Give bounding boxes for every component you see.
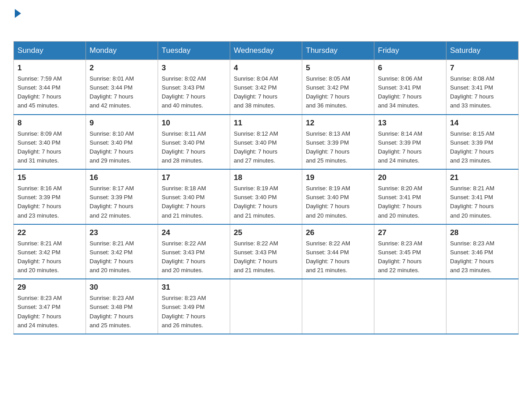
calendar-cell: 29Sunrise: 8:23 AMSunset: 3:47 PMDayligh…	[14, 279, 86, 334]
calendar-cell: 28Sunrise: 8:23 AMSunset: 3:46 PMDayligh…	[446, 224, 519, 279]
calendar-cell	[374, 279, 446, 334]
day-info: Sunrise: 8:17 AMSunset: 3:39 PMDaylight:…	[90, 185, 134, 218]
calendar-cell: 2Sunrise: 8:01 AMSunset: 3:44 PMDaylight…	[86, 60, 158, 115]
day-info: Sunrise: 8:10 AMSunset: 3:40 PMDaylight:…	[90, 130, 134, 164]
calendar-cell: 26Sunrise: 8:22 AMSunset: 3:44 PMDayligh…	[302, 224, 374, 279]
day-number: 14	[450, 119, 515, 128]
weekday-header-friday: Friday	[374, 42, 446, 60]
day-number: 25	[234, 228, 298, 237]
day-info: Sunrise: 8:23 AMSunset: 3:48 PMDaylight:…	[90, 295, 134, 328]
calendar-cell: 22Sunrise: 8:21 AMSunset: 3:42 PMDayligh…	[14, 224, 86, 279]
calendar-cell	[302, 279, 374, 334]
logo	[13, 9, 22, 32]
calendar-cell: 18Sunrise: 8:19 AMSunset: 3:40 PMDayligh…	[230, 169, 302, 224]
day-info: Sunrise: 8:15 AMSunset: 3:39 PMDaylight:…	[450, 130, 494, 164]
calendar-cell: 3Sunrise: 8:02 AMSunset: 3:43 PMDaylight…	[158, 60, 230, 115]
calendar-cell: 17Sunrise: 8:18 AMSunset: 3:40 PMDayligh…	[158, 169, 230, 224]
day-info: Sunrise: 8:02 AMSunset: 3:43 PMDaylight:…	[162, 75, 206, 109]
day-info: Sunrise: 8:06 AMSunset: 3:41 PMDaylight:…	[378, 75, 422, 109]
day-number: 23	[90, 228, 154, 237]
day-number: 15	[17, 173, 82, 182]
day-info: Sunrise: 8:23 AMSunset: 3:47 PMDaylight:…	[17, 295, 62, 328]
week-row-1: 1Sunrise: 7:59 AMSunset: 3:44 PMDaylight…	[14, 60, 519, 115]
calendar-cell: 9Sunrise: 8:10 AMSunset: 3:40 PMDaylight…	[86, 115, 158, 170]
calendar-cell: 7Sunrise: 8:08 AMSunset: 3:41 PMDaylight…	[446, 60, 519, 115]
day-info: Sunrise: 8:21 AMSunset: 3:41 PMDaylight:…	[450, 185, 494, 218]
day-number: 11	[234, 119, 298, 128]
day-number: 4	[234, 64, 298, 73]
week-row-2: 8Sunrise: 8:09 AMSunset: 3:40 PMDaylight…	[14, 115, 519, 170]
logo-arrow-icon	[15, 9, 21, 18]
day-number: 10	[162, 119, 226, 128]
day-info: Sunrise: 8:22 AMSunset: 3:43 PMDaylight:…	[162, 240, 206, 274]
day-number: 29	[17, 283, 82, 292]
calendar-cell: 23Sunrise: 8:21 AMSunset: 3:42 PMDayligh…	[86, 224, 158, 279]
calendar-cell: 19Sunrise: 8:19 AMSunset: 3:40 PMDayligh…	[302, 169, 374, 224]
day-info: Sunrise: 8:19 AMSunset: 3:40 PMDaylight:…	[306, 185, 350, 218]
day-info: Sunrise: 8:11 AMSunset: 3:40 PMDaylight:…	[162, 130, 206, 164]
day-number: 6	[378, 64, 442, 73]
week-row-5: 29Sunrise: 8:23 AMSunset: 3:47 PMDayligh…	[14, 279, 519, 334]
weekday-header-wednesday: Wednesday	[230, 42, 302, 60]
calendar-table: SundayMondayTuesdayWednesdayThursdayFrid…	[13, 41, 519, 334]
day-number: 3	[162, 64, 226, 73]
weekday-header-tuesday: Tuesday	[158, 42, 230, 60]
day-number: 28	[450, 228, 515, 237]
day-number: 5	[306, 64, 370, 73]
day-number: 21	[450, 173, 515, 182]
calendar-cell: 25Sunrise: 8:22 AMSunset: 3:43 PMDayligh…	[230, 224, 302, 279]
calendar-cell: 16Sunrise: 8:17 AMSunset: 3:39 PMDayligh…	[86, 169, 158, 224]
calendar-cell	[230, 279, 302, 334]
day-number: 2	[90, 64, 154, 73]
week-row-3: 15Sunrise: 8:16 AMSunset: 3:39 PMDayligh…	[14, 169, 519, 224]
day-info: Sunrise: 8:21 AMSunset: 3:42 PMDaylight:…	[17, 240, 62, 274]
day-info: Sunrise: 8:09 AMSunset: 3:40 PMDaylight:…	[17, 130, 62, 164]
calendar-cell: 31Sunrise: 8:23 AMSunset: 3:49 PMDayligh…	[158, 279, 230, 334]
calendar-cell: 21Sunrise: 8:21 AMSunset: 3:41 PMDayligh…	[446, 169, 519, 224]
day-info: Sunrise: 8:18 AMSunset: 3:40 PMDaylight:…	[162, 185, 206, 218]
day-number: 12	[306, 119, 370, 128]
calendar-cell: 8Sunrise: 8:09 AMSunset: 3:40 PMDaylight…	[14, 115, 86, 170]
calendar-cell: 15Sunrise: 8:16 AMSunset: 3:39 PMDayligh…	[14, 169, 86, 224]
weekday-header-thursday: Thursday	[302, 42, 374, 60]
day-info: Sunrise: 8:23 AMSunset: 3:49 PMDaylight:…	[162, 295, 206, 328]
day-number: 18	[234, 173, 298, 182]
day-info: Sunrise: 8:23 AMSunset: 3:46 PMDaylight:…	[450, 240, 494, 274]
page-header	[13, 9, 519, 32]
day-number: 8	[17, 119, 82, 128]
day-info: Sunrise: 8:20 AMSunset: 3:41 PMDaylight:…	[378, 185, 422, 218]
weekday-header-row: SundayMondayTuesdayWednesdayThursdayFrid…	[14, 42, 519, 60]
weekday-header-monday: Monday	[86, 42, 158, 60]
calendar-cell: 27Sunrise: 8:23 AMSunset: 3:45 PMDayligh…	[374, 224, 446, 279]
calendar-cell: 13Sunrise: 8:14 AMSunset: 3:39 PMDayligh…	[374, 115, 446, 170]
day-number: 9	[90, 119, 154, 128]
day-info: Sunrise: 8:14 AMSunset: 3:39 PMDaylight:…	[378, 130, 422, 164]
calendar-cell: 11Sunrise: 8:12 AMSunset: 3:40 PMDayligh…	[230, 115, 302, 170]
day-info: Sunrise: 8:21 AMSunset: 3:42 PMDaylight:…	[90, 240, 134, 274]
calendar-cell: 20Sunrise: 8:20 AMSunset: 3:41 PMDayligh…	[374, 169, 446, 224]
day-number: 27	[378, 228, 442, 237]
calendar-cell: 10Sunrise: 8:11 AMSunset: 3:40 PMDayligh…	[158, 115, 230, 170]
weekday-header-sunday: Sunday	[14, 42, 86, 60]
day-info: Sunrise: 8:16 AMSunset: 3:39 PMDaylight:…	[17, 185, 62, 218]
day-number: 31	[162, 283, 226, 292]
day-info: Sunrise: 8:19 AMSunset: 3:40 PMDaylight:…	[234, 185, 278, 218]
day-number: 20	[378, 173, 442, 182]
day-info: Sunrise: 8:01 AMSunset: 3:44 PMDaylight:…	[90, 75, 134, 109]
calendar-cell: 4Sunrise: 8:04 AMSunset: 3:42 PMDaylight…	[230, 60, 302, 115]
weekday-header-saturday: Saturday	[446, 42, 519, 60]
day-number: 26	[306, 228, 370, 237]
day-info: Sunrise: 8:12 AMSunset: 3:40 PMDaylight:…	[234, 130, 278, 164]
day-number: 19	[306, 173, 370, 182]
day-number: 1	[17, 64, 82, 73]
day-number: 13	[378, 119, 442, 128]
day-info: Sunrise: 8:22 AMSunset: 3:43 PMDaylight:…	[234, 240, 278, 274]
day-info: Sunrise: 8:23 AMSunset: 3:45 PMDaylight:…	[378, 240, 422, 274]
day-info: Sunrise: 8:04 AMSunset: 3:42 PMDaylight:…	[234, 75, 278, 109]
day-info: Sunrise: 7:59 AMSunset: 3:44 PMDaylight:…	[17, 75, 62, 109]
calendar-cell: 6Sunrise: 8:06 AMSunset: 3:41 PMDaylight…	[374, 60, 446, 115]
day-info: Sunrise: 8:13 AMSunset: 3:39 PMDaylight:…	[306, 130, 350, 164]
day-info: Sunrise: 8:05 AMSunset: 3:42 PMDaylight:…	[306, 75, 350, 109]
calendar-cell: 14Sunrise: 8:15 AMSunset: 3:39 PMDayligh…	[446, 115, 519, 170]
day-info: Sunrise: 8:08 AMSunset: 3:41 PMDaylight:…	[450, 75, 494, 109]
